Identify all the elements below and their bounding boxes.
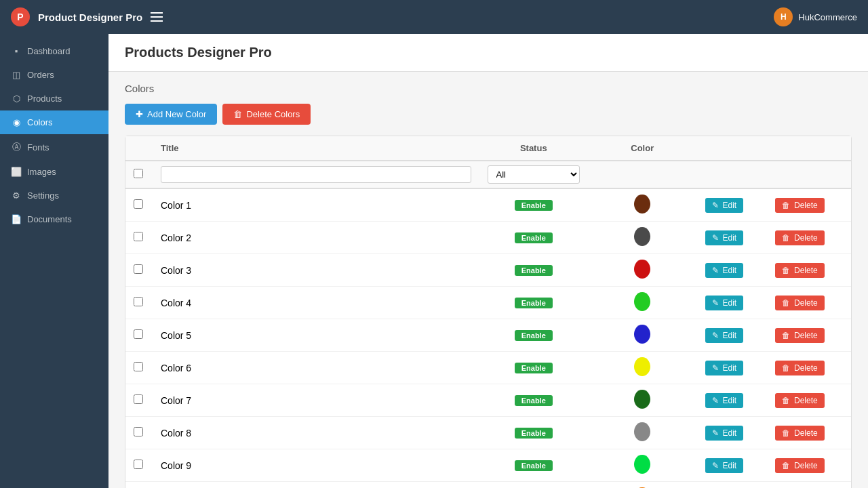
row-title: Color 9 xyxy=(153,449,479,482)
table-row: Color 6Enable✎ Edit🗑 Delete xyxy=(125,352,851,384)
page-title: Products Designer Pro xyxy=(125,45,852,60)
row-checkbox-cell xyxy=(125,254,153,287)
sidebar-item-documents[interactable]: 📄 Documents xyxy=(0,207,108,231)
sidebar-item-orders[interactable]: ◫ Orders xyxy=(0,63,108,87)
row-checkbox[interactable] xyxy=(134,427,143,436)
select-all-checkbox[interactable] xyxy=(134,169,143,178)
colors-table-container: Title Status Color xyxy=(125,136,852,488)
edit-button[interactable]: ✎ Edit xyxy=(705,263,744,278)
status-badge: Enable xyxy=(515,298,553,308)
title-filter-input[interactable] xyxy=(161,166,471,183)
pencil-icon: ✎ xyxy=(712,331,719,340)
row-color xyxy=(588,254,697,287)
delete-row-button[interactable]: 🗑 Delete xyxy=(775,230,825,245)
sidebar-label-documents: Documents xyxy=(27,214,72,224)
navbar-right: H HukCommerce xyxy=(774,7,857,26)
sidebar-item-settings[interactable]: ⚙ Settings xyxy=(0,184,108,207)
section-title: Colors xyxy=(125,83,852,94)
sidebar-item-fonts[interactable]: Ⓐ Fonts xyxy=(0,134,108,160)
status-filter-select[interactable]: All Enabled Disabled xyxy=(488,165,580,184)
filter-status-cell: All Enabled Disabled xyxy=(479,161,589,188)
table-row: Color 10Enable✎ Edit🗑 Delete xyxy=(125,482,851,489)
delete-row-button[interactable]: 🗑 Delete xyxy=(775,263,825,278)
row-checkbox[interactable] xyxy=(134,460,143,469)
pencil-icon: ✎ xyxy=(712,363,719,373)
row-checkbox[interactable] xyxy=(134,232,143,241)
status-badge: Enable xyxy=(515,265,553,276)
th-title: Title xyxy=(153,136,479,161)
edit-button[interactable]: ✎ Edit xyxy=(705,458,744,473)
row-edit-cell: ✎ Edit xyxy=(697,254,767,287)
row-delete-cell: 🗑 Delete xyxy=(767,449,851,482)
row-color xyxy=(588,384,697,417)
delete-colors-button[interactable]: 🗑 Delete Colors xyxy=(222,104,311,125)
table-row: Color 7Enable✎ Edit🗑 Delete xyxy=(125,384,851,417)
row-delete-cell: 🗑 Delete xyxy=(767,188,851,222)
hamburger-menu[interactable] xyxy=(151,12,163,22)
edit-button[interactable]: ✎ Edit xyxy=(705,198,744,213)
brand-logo-letter: P xyxy=(17,12,23,22)
row-color xyxy=(588,287,697,319)
sidebar-item-products[interactable]: ⬡ Products xyxy=(0,87,108,110)
row-delete-cell: 🗑 Delete xyxy=(767,352,851,384)
edit-button[interactable]: ✎ Edit xyxy=(705,328,744,343)
row-checkbox[interactable] xyxy=(134,362,143,371)
sidebar-item-dashboard[interactable]: ▪ Dashboard xyxy=(0,39,108,63)
row-title: Color 5 xyxy=(153,319,479,352)
navbar-left: P Product Designer Pro xyxy=(11,7,163,26)
trash-row-icon: 🗑 xyxy=(782,363,790,373)
pencil-icon: ✎ xyxy=(712,298,719,308)
pencil-icon: ✎ xyxy=(712,428,719,438)
status-badge: Enable xyxy=(515,363,553,373)
row-title: Color 8 xyxy=(153,417,479,449)
row-checkbox-cell xyxy=(125,417,153,449)
row-title: Color 6 xyxy=(153,352,479,384)
filter-edit-cell xyxy=(697,161,767,188)
status-badge: Enable xyxy=(515,232,553,243)
row-title: Color 1 xyxy=(153,188,479,222)
row-delete-cell: 🗑 Delete xyxy=(767,482,851,489)
table-row: Color 5Enable✎ Edit🗑 Delete xyxy=(125,319,851,352)
products-icon: ⬡ xyxy=(11,94,22,104)
filter-delete-cell xyxy=(767,161,851,188)
sidebar-item-images[interactable]: ⬜ Images xyxy=(0,160,108,184)
sidebar-label-fonts: Fonts xyxy=(27,142,50,152)
row-status: Enable xyxy=(479,449,589,482)
dashboard-icon: ▪ xyxy=(11,46,22,56)
edit-button[interactable]: ✎ Edit xyxy=(705,393,744,408)
status-badge: Enable xyxy=(515,460,553,471)
row-checkbox-cell xyxy=(125,482,153,489)
delete-row-button[interactable]: 🗑 Delete xyxy=(775,198,825,213)
status-badge: Enable xyxy=(515,428,553,439)
row-checkbox[interactable] xyxy=(134,199,143,209)
th-checkbox xyxy=(125,136,153,161)
table-row: Color 8Enable✎ Edit🗑 Delete xyxy=(125,417,851,449)
sidebar-item-colors[interactable]: ◉ Colors xyxy=(0,110,108,134)
edit-button[interactable]: ✎ Edit xyxy=(705,296,744,310)
delete-row-button[interactable]: 🗑 Delete xyxy=(775,458,825,473)
user-name: HukCommerce xyxy=(798,12,857,22)
sidebar-label-settings: Settings xyxy=(27,190,59,201)
row-edit-cell: ✎ Edit xyxy=(697,449,767,482)
filter-title-cell xyxy=(153,161,479,188)
row-status: Enable xyxy=(479,188,589,222)
edit-button[interactable]: ✎ Edit xyxy=(705,361,744,375)
row-status: Enable xyxy=(479,384,589,417)
row-checkbox[interactable] xyxy=(134,297,143,306)
row-checkbox[interactable] xyxy=(134,264,143,274)
delete-row-button[interactable]: 🗑 Delete xyxy=(775,426,825,441)
row-checkbox[interactable] xyxy=(134,394,143,404)
delete-row-button[interactable]: 🗑 Delete xyxy=(775,361,825,375)
delete-row-button[interactable]: 🗑 Delete xyxy=(775,296,825,310)
delete-row-button[interactable]: 🗑 Delete xyxy=(775,328,825,343)
edit-button[interactable]: ✎ Edit xyxy=(705,426,744,441)
add-new-color-button[interactable]: ✚ Add New Color xyxy=(125,104,217,125)
row-edit-cell: ✎ Edit xyxy=(697,287,767,319)
delete-row-button[interactable]: 🗑 Delete xyxy=(775,393,825,408)
edit-button[interactable]: ✎ Edit xyxy=(705,230,744,245)
th-color: Color xyxy=(588,136,697,161)
row-checkbox[interactable] xyxy=(134,329,143,339)
trash-row-icon: 🗑 xyxy=(782,266,790,275)
sidebar-label-dashboard: Dashboard xyxy=(27,46,71,56)
row-status: Enable xyxy=(479,319,589,352)
